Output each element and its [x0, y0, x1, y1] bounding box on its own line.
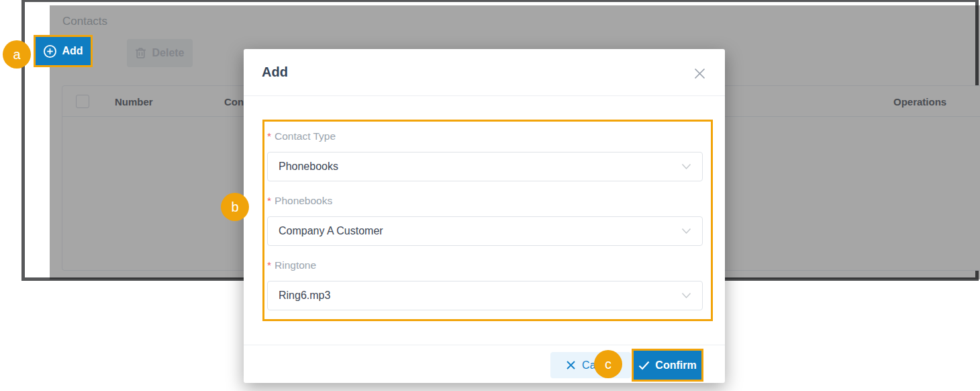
annotation-marker-b: b [221, 193, 249, 221]
phonebooks-label-text: Phonebooks [275, 195, 332, 207]
add-dialog: Add * Contact Type Phonebooks * Pho [244, 49, 725, 383]
ringtone-select-value: Ring6.mp3 [279, 290, 330, 302]
add-button-label: Add [62, 45, 83, 57]
phonebooks-select[interactable]: Company A Customer [267, 216, 703, 246]
required-asterisk: * [267, 259, 271, 271]
add-dialog-header: Add [244, 49, 725, 96]
contact-type-label: * Contact Type [267, 130, 336, 142]
annotation-marker-a-letter: a [13, 47, 20, 62]
contact-type-select[interactable]: Phonebooks [267, 152, 703, 181]
ringtone-select[interactable]: Ring6.mp3 [267, 281, 703, 310]
circle-plus-icon [43, 44, 57, 58]
phonebooks-label: * Phonebooks [267, 195, 332, 207]
chevron-down-icon [681, 292, 691, 299]
phonebooks-select-value: Company A Customer [279, 225, 383, 237]
required-asterisk: * [267, 195, 271, 207]
ringtone-label-text: Ringtone [275, 259, 316, 271]
check-icon [638, 361, 650, 370]
chevron-down-icon [681, 163, 691, 170]
contact-type-label-text: Contact Type [275, 130, 336, 142]
annotation-marker-a: a [3, 40, 31, 69]
confirm-button-highlight-box: Confirm [632, 349, 703, 382]
contact-type-select-value: Phonebooks [279, 161, 338, 173]
annotation-marker-c-letter: c [605, 357, 611, 372]
add-button-highlight-box: Add [34, 35, 93, 67]
confirm-button[interactable]: Confirm [634, 351, 701, 380]
required-asterisk: * [267, 130, 271, 142]
confirm-button-label: Confirm [655, 359, 696, 372]
panel-top-line [25, 2, 975, 3]
ringtone-label: * Ringtone [267, 259, 316, 271]
add-dialog-footer: Cancel Confirm [244, 345, 725, 383]
add-button[interactable]: Add [36, 37, 91, 65]
add-dialog-title: Add [262, 64, 288, 80]
annotation-marker-c: c [594, 350, 622, 378]
close-icon[interactable] [691, 65, 707, 81]
chevron-down-icon [681, 228, 691, 234]
screenshot-canvas: Contacts Delete Number Contact/ Operatio… [0, 0, 980, 391]
x-icon [566, 360, 576, 370]
annotation-marker-b-letter: b [231, 200, 238, 215]
